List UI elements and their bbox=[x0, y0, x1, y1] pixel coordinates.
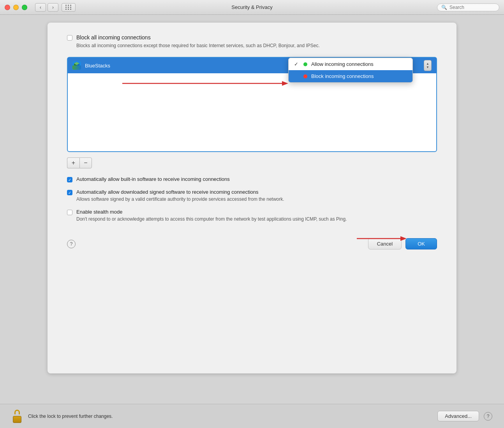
help-button[interactable]: ? bbox=[67, 240, 76, 248]
option-stealth-label: Enable stealth mode bbox=[76, 209, 347, 215]
back-button[interactable]: ‹ bbox=[35, 3, 46, 12]
block-label: Block incoming connections bbox=[311, 73, 374, 79]
block-all-text: Block all incoming connections Blocks al… bbox=[76, 34, 320, 49]
maximize-button[interactable] bbox=[22, 5, 27, 10]
panel: Block all incoming connections Blocks al… bbox=[48, 23, 456, 373]
option-signed-text: Automatically allow downloaded signed so… bbox=[76, 189, 284, 203]
add-remove-row: + − bbox=[67, 157, 437, 168]
option-signed-row: Automatically allow downloaded signed so… bbox=[67, 189, 437, 203]
ok-button[interactable]: OK bbox=[405, 238, 437, 249]
block-all-label: Block all incoming connections bbox=[76, 34, 320, 41]
grid-view-button[interactable] bbox=[62, 3, 76, 12]
option-signed-description: Allows software signed by a valid certif… bbox=[76, 196, 284, 203]
check-icon: ✓ bbox=[294, 61, 300, 67]
minimize-button[interactable] bbox=[13, 5, 19, 10]
traffic-lights bbox=[5, 5, 27, 10]
block-all-description: Blocks all incoming connections except t… bbox=[76, 42, 320, 49]
dropdown-item-block[interactable]: Block incoming connections bbox=[289, 70, 412, 82]
search-icon: 🔍 bbox=[441, 5, 447, 10]
close-button[interactable] bbox=[5, 5, 10, 10]
app-list-empty bbox=[68, 73, 436, 151]
app-list-container: BlueStacks ▲ ▼ ✓ Allow incoming connecti… bbox=[67, 57, 437, 152]
block-all-checkbox[interactable] bbox=[67, 35, 72, 41]
lock-label: Click the lock to prevent further change… bbox=[28, 414, 113, 419]
allow-label: Allow incoming connections bbox=[311, 61, 374, 67]
option-stealth-description: Don't respond to or acknowledge attempts… bbox=[76, 216, 347, 223]
option-signed-label: Automatically allow downloaded signed so… bbox=[76, 189, 284, 195]
connection-dropdown: ✓ Allow incoming connections Block incom… bbox=[288, 58, 413, 83]
advanced-button[interactable]: Advanced... bbox=[437, 411, 479, 421]
stepper-up-icon: ▲ bbox=[426, 62, 429, 65]
bottom-right: Advanced... ? bbox=[437, 411, 492, 421]
add-app-button[interactable]: + bbox=[67, 157, 79, 168]
bluestacks-app-icon bbox=[72, 61, 81, 70]
red-dot bbox=[303, 74, 307, 78]
lock-shackle bbox=[14, 410, 20, 414]
help-bottom-button[interactable]: ? bbox=[484, 412, 492, 421]
bottom-bar: Click the lock to prevent further change… bbox=[0, 404, 504, 428]
search-box[interactable]: 🔍 bbox=[437, 4, 499, 11]
option-builtin-row: Automatically allow built-in software to… bbox=[67, 176, 437, 183]
option-signed-checkbox[interactable] bbox=[67, 190, 72, 195]
option-stealth-checkbox[interactable] bbox=[67, 210, 72, 215]
search-input[interactable] bbox=[449, 5, 495, 10]
buttons-row: ? Cancel OK bbox=[67, 230, 437, 249]
bluestacks-row[interactable]: BlueStacks ▲ ▼ ✓ Allow incoming connecti… bbox=[68, 58, 436, 73]
stepper-button[interactable]: ▲ ▼ bbox=[424, 60, 432, 71]
lock-body bbox=[13, 416, 21, 423]
option-stealth-text: Enable stealth mode Don't respond to or … bbox=[76, 209, 347, 223]
block-all-row: Block all incoming connections Blocks al… bbox=[67, 34, 437, 49]
lock-icon[interactable] bbox=[12, 410, 23, 423]
option-builtin-text: Automatically allow built-in software to… bbox=[76, 176, 230, 183]
option-builtin-label: Automatically allow built-in software to… bbox=[76, 176, 230, 182]
titlebar: ‹ › Security & Privacy 🔍 bbox=[0, 0, 504, 15]
stepper-down-icon: ▼ bbox=[426, 66, 429, 69]
main-area: Block all incoming connections Blocks al… bbox=[0, 15, 504, 404]
lock-section: Click the lock to prevent further change… bbox=[12, 410, 113, 423]
green-dot bbox=[303, 62, 307, 66]
window-title: Security & Privacy bbox=[231, 4, 272, 10]
option-stealth-row: Enable stealth mode Don't respond to or … bbox=[67, 209, 437, 223]
dropdown-item-allow[interactable]: ✓ Allow incoming connections bbox=[289, 58, 412, 70]
bluestacks-app-name: BlueStacks bbox=[85, 63, 110, 69]
remove-app-button[interactable]: − bbox=[79, 157, 92, 168]
option-builtin-checkbox[interactable] bbox=[67, 177, 72, 182]
cancel-button[interactable]: Cancel bbox=[368, 238, 402, 249]
forward-button[interactable]: › bbox=[48, 3, 58, 12]
grid-icon bbox=[65, 5, 72, 10]
nav-buttons: ‹ › bbox=[35, 3, 58, 12]
